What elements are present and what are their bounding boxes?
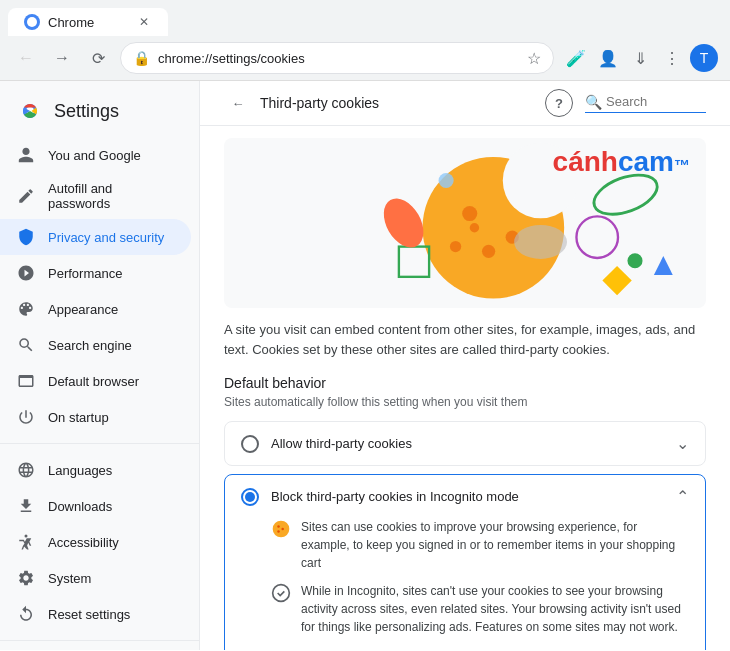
content-search-bar[interactable]: 🔍 — [585, 94, 706, 113]
sidebar-item-system[interactable]: System — [0, 560, 191, 596]
extensions-icon[interactable]: 🧪 — [562, 44, 590, 72]
sidebar-label-autofill: Autofill and passwords — [48, 181, 175, 211]
active-tab[interactable]: Chrome ✕ — [8, 8, 168, 36]
cookie-illustration: cánhcam™ — [224, 138, 706, 308]
sidebar-item-you-and-google[interactable]: You and Google — [0, 137, 191, 173]
brand-a: á — [568, 146, 584, 177]
radio-allow[interactable] — [241, 435, 259, 453]
svg-point-7 — [462, 206, 477, 221]
svg-point-13 — [576, 216, 618, 258]
svg-point-11 — [470, 223, 479, 232]
sidebar-label-languages: Languages — [48, 463, 112, 478]
tab-bar: Chrome ✕ — [0, 0, 730, 36]
back-button-content[interactable]: ← — [224, 89, 252, 117]
svg-point-25 — [273, 585, 290, 602]
option-block-incognito-label: Block third-party cookies in Incognito m… — [271, 489, 664, 504]
nav-actions: 🧪 👤 ⇓ ⋮ T — [562, 44, 718, 72]
expand-item-2: While in Incognito, sites can't use your… — [271, 582, 689, 636]
more-icon[interactable]: ⋮ — [658, 44, 686, 72]
download-icon — [16, 496, 36, 516]
sidebar-item-languages[interactable]: Languages — [0, 452, 191, 488]
profile-icon[interactable]: 👤 — [594, 44, 622, 72]
sidebar-item-reset[interactable]: Reset settings — [0, 596, 191, 632]
tab-label: Chrome — [48, 15, 94, 30]
sidebar-label-search: Search engine — [48, 338, 132, 353]
reload-button[interactable]: ⟳ — [84, 44, 112, 72]
chevron-down-icon-allow: ⌄ — [676, 434, 689, 453]
language-icon — [16, 460, 36, 480]
svg-rect-16 — [602, 266, 631, 295]
content-search-input[interactable] — [606, 94, 706, 109]
person-icon — [16, 145, 36, 165]
profile-button[interactable]: T — [690, 44, 718, 72]
palette-icon — [16, 299, 36, 319]
shield-icon — [16, 227, 36, 247]
brand-watermark: cánhcam™ — [553, 146, 690, 178]
expand-item-2-text: While in Incognito, sites can't use your… — [301, 582, 689, 636]
sidebar-item-performance[interactable]: Performance — [0, 255, 191, 291]
svg-point-23 — [281, 528, 284, 531]
option-allow: Allow third-party cookies ⌄ — [224, 421, 706, 466]
main-layout: Settings You and Google Autofill and pas… — [0, 81, 730, 650]
sidebar-item-privacy[interactable]: Privacy and security — [0, 219, 191, 255]
expand-item-1: Sites can use cookies to improve your br… — [271, 518, 689, 572]
sidebar-label-default-browser: Default browser — [48, 374, 139, 389]
tab-favicon-inner — [27, 17, 37, 27]
brand-cam: cam — [618, 146, 674, 177]
brand-h: h — [601, 146, 618, 177]
default-behavior-title: Default behavior — [224, 375, 706, 391]
radio-block-incognito[interactable] — [241, 488, 259, 506]
sidebar-item-default-browser[interactable]: Default browser — [0, 363, 191, 399]
option-allow-header[interactable]: Allow third-party cookies ⌄ — [225, 422, 705, 465]
content-topbar-actions: ? 🔍 — [545, 89, 706, 117]
chevron-up-icon-incognito: ⌃ — [676, 487, 689, 506]
content-inner: cánhcam™ — [200, 138, 730, 650]
default-behavior-subtitle: Sites automatically follow this setting … — [224, 395, 706, 409]
bookmark-icon[interactable]: ☆ — [527, 49, 541, 68]
sidebar-label-appearance: Appearance — [48, 302, 118, 317]
sidebar-item-downloads[interactable]: Downloads — [0, 488, 191, 524]
svg-point-22 — [277, 525, 280, 528]
search-icon — [16, 335, 36, 355]
svg-point-14 — [627, 253, 642, 268]
check-circle-icon — [271, 583, 291, 603]
browser-icon — [16, 371, 36, 391]
svg-point-24 — [277, 530, 280, 533]
sidebar-item-accessibility[interactable]: Accessibility — [0, 524, 191, 560]
back-button[interactable]: ← — [12, 44, 40, 72]
chrome-logo-icon — [16, 97, 44, 125]
sidebar-label-system: System — [48, 571, 91, 586]
expand-item-1-text: Sites can use cookies to improve your br… — [301, 518, 689, 572]
downloads-icon[interactable]: ⇓ — [626, 44, 654, 72]
option-block-incognito-header[interactable]: Block third-party cookies in Incognito m… — [225, 475, 705, 518]
sidebar-label-you-google: You and Google — [48, 148, 141, 163]
address-lock-icon: 🔒 — [133, 50, 150, 66]
help-button[interactable]: ? — [545, 89, 573, 117]
sidebar-item-autofill[interactable]: Autofill and passwords — [0, 173, 191, 219]
sidebar-item-search-engine[interactable]: Search engine — [0, 327, 191, 363]
reset-icon — [16, 604, 36, 624]
tab-favicon — [24, 14, 40, 30]
brand-n: n — [584, 146, 601, 177]
svg-point-8 — [482, 245, 495, 258]
brand-c: c — [553, 146, 569, 177]
tab-close-button[interactable]: ✕ — [136, 14, 152, 30]
content-area: ← Third-party cookies ? 🔍 cánhcam™ — [200, 81, 730, 650]
accessibility-icon — [16, 532, 36, 552]
svg-point-2 — [25, 535, 28, 538]
sidebar: Settings You and Google Autofill and pas… — [0, 81, 200, 650]
search-icon-content: 🔍 — [585, 94, 602, 110]
sidebar-item-on-startup[interactable]: On startup — [0, 399, 191, 435]
cookie-small-icon — [271, 519, 291, 539]
settings-title: Settings — [54, 101, 119, 122]
address-bar[interactable]: 🔒 chrome://settings/cookies ☆ — [120, 42, 554, 74]
content-topbar: ← Third-party cookies ? 🔍 — [200, 81, 730, 126]
description-text: A site you visit can embed content from … — [224, 320, 706, 359]
forward-button[interactable]: → — [48, 44, 76, 72]
sidebar-item-extensions[interactable]: Extensions ↗ — [0, 649, 191, 650]
svg-point-19 — [514, 225, 567, 259]
brand-tm: ™ — [674, 157, 690, 174]
browser-chrome: Chrome ✕ ← → ⟳ 🔒 chrome://settings/cooki… — [0, 0, 730, 81]
speed-icon — [16, 263, 36, 283]
sidebar-item-appearance[interactable]: Appearance — [0, 291, 191, 327]
